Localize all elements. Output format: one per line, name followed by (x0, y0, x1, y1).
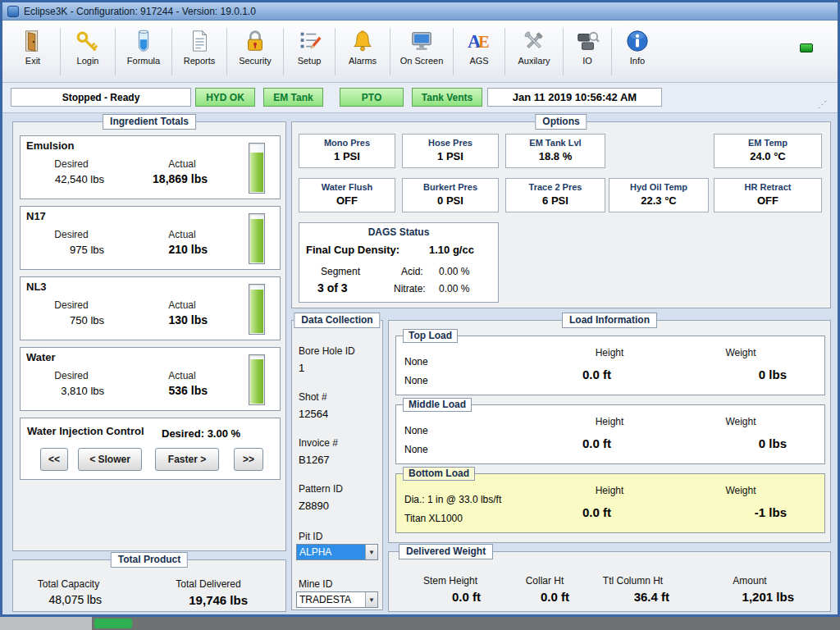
tank-vents-indicator[interactable]: Tank Vents (412, 88, 482, 107)
load-line1: None (404, 425, 428, 436)
ingredient-name: Water (26, 351, 56, 363)
desired-value: 750 lbs (22, 314, 104, 326)
cell-value: 18.8 % (506, 150, 605, 162)
info-button[interactable]: Info (617, 25, 658, 79)
toolbar-separator (611, 28, 612, 75)
pit-id-dropdown[interactable]: ALPHA ▼ (296, 544, 378, 560)
bore-hole-id-label: Bore Hole ID (299, 345, 355, 357)
height-label: Height (548, 416, 671, 427)
load-line1: None (404, 356, 428, 368)
pto-indicator[interactable]: PTO (340, 88, 404, 107)
formula-button[interactable]: Formula (121, 25, 167, 79)
taskbar-green-item[interactable] (94, 619, 132, 628)
pattern-id-label: Pattern ID (299, 483, 343, 495)
exit-button[interactable]: Exit (11, 25, 55, 79)
cell-label: Water Flush (299, 182, 395, 192)
height-value: 0.0 ft (496, 368, 611, 381)
panel-title: Options (535, 114, 587, 130)
dags-status-box: DAGS Status Final Cup Density: 1.10 g/cc… (299, 222, 499, 303)
segment-label: Segment (321, 266, 360, 277)
toolbar-separator (563, 28, 564, 75)
actual-value: 130 lbs (117, 313, 208, 326)
devices-io-icon (574, 28, 600, 54)
top-load-card: Top Load None None Height 0.0 ft Weight … (395, 336, 825, 395)
taskbar-sliver (0, 617, 840, 630)
weight-label: Weight (683, 347, 798, 358)
load-line2: None (404, 375, 428, 386)
alarms-button[interactable]: Alarms (340, 25, 385, 79)
on-screen-button[interactable]: On Screen (395, 25, 448, 79)
em-temp-cell: EM Temp 24.0 °C (714, 134, 822, 168)
actual-value: 210 lbs (117, 243, 208, 256)
reports-button[interactable]: Reports (177, 25, 221, 79)
title-bar[interactable]: Eclipse3K - Configuration: 917244 - Vers… (2, 2, 838, 21)
fast-forward-button[interactable]: >> (234, 448, 263, 471)
cell-label: Burkert Pres (403, 182, 498, 192)
ingredient-card-nl3: NL3 Desired 750 lbs Actual 130 lbs (20, 276, 281, 340)
load-information-panel: Load Information Top Load None None Heig… (388, 320, 831, 543)
cell-label: Mono Pres (299, 138, 395, 148)
comms-status-led (800, 43, 813, 52)
final-cup-density-label: Final Cup Density: (306, 244, 399, 256)
pattern-id-value: Z8890 (299, 500, 329, 512)
desired-label: Desired (39, 299, 104, 311)
ingredient-name: NL3 (26, 281, 47, 293)
total-delivered-value: 19,746 lbs (146, 593, 248, 607)
toolbar-button-label: Reports (184, 56, 216, 66)
shot-number-value: 12564 (299, 408, 328, 420)
load-card-title: Top Load (403, 329, 458, 343)
io-button[interactable]: IO (568, 25, 606, 79)
water-flush-cell: Water Flush OFF (299, 178, 395, 212)
weight-value: 0 lbs (667, 436, 787, 450)
nitrate-value: 0.00 % (439, 283, 469, 294)
toolbar-separator (504, 28, 505, 75)
toolbar-separator (390, 28, 390, 75)
weight-label: Weight (683, 485, 798, 496)
toolbar-button-label: Alarms (349, 56, 377, 66)
ags-button[interactable]: AE AGS (459, 25, 500, 79)
chevron-down-icon[interactable]: ▼ (365, 545, 377, 559)
collar-ht-label: Collar Ht (500, 575, 590, 587)
login-button[interactable]: Login (66, 25, 110, 79)
toolbar-button-label: Formula (127, 56, 160, 66)
info-circle-icon (624, 28, 651, 54)
invoice-number-label: Invoice # (299, 437, 338, 449)
height-label: Height (548, 347, 671, 358)
total-capacity-value: 48,075 lbs (20, 593, 102, 606)
water-injection-control: Water Injection Control Desired: 3.00 % … (20, 418, 281, 480)
invoice-number-value: B1267 (299, 454, 330, 466)
cell-value: 0 PSI (403, 194, 498, 207)
faster-button[interactable]: Faster > (155, 448, 219, 471)
slower-button[interactable]: < Slower (78, 448, 142, 471)
panel-title: Data Collection (294, 313, 380, 328)
resize-grip[interactable]: ⋰ (818, 99, 828, 110)
weight-label: Weight (683, 416, 798, 427)
status-row: Stopped - Ready HYD OK EM Tank PTO Tank … (2, 83, 838, 113)
cell-label: Trace 2 Pres (506, 182, 605, 192)
document-reports-icon (186, 28, 212, 54)
rewind-button[interactable]: << (40, 448, 68, 471)
chevron-down-icon[interactable]: ▼ (365, 592, 377, 607)
mine-id-dropdown[interactable]: TRADESTA ▼ (296, 591, 378, 608)
weight-value: -1 lbs (667, 505, 787, 519)
bell-alarms-icon (349, 28, 376, 54)
cell-label: Hose Pres (403, 138, 498, 148)
em-tank-indicator[interactable]: EM Tank (263, 88, 323, 107)
tools-auxilary-icon (521, 28, 547, 54)
hyd-ok-indicator[interactable]: HYD OK (195, 88, 255, 107)
ingredient-card-water: Water Desired 3,810 lbs Actual 536 lbs (20, 347, 281, 411)
ingredient-card-emulsion: Emulsion Desired 42,540 lbs Actual 18,86… (20, 135, 281, 199)
trace-2-pres-cell: Trace 2 Pres 6 PSI (505, 178, 605, 212)
setup-button[interactable]: Setup (289, 25, 330, 79)
auxilary-button[interactable]: Auxilary (510, 25, 558, 79)
toolbar-button-label: Security (239, 56, 272, 66)
toolbar-separator (283, 28, 284, 75)
load-line2: Titan XL1000 (404, 513, 463, 524)
total-delivered-label: Total Delivered (161, 578, 256, 590)
mine-id-label: Mine ID (299, 578, 332, 590)
data-collection-panel: Data Collection Bore Hole ID 1 Shot # 12… (291, 320, 383, 610)
load-card-title: Bottom Load (403, 467, 475, 481)
taskbar-segment (0, 617, 92, 630)
eclipse3k-app: Eclipse3K - Configuration: 917244 - Vers… (0, 0, 840, 630)
security-button[interactable]: Security (232, 25, 278, 79)
